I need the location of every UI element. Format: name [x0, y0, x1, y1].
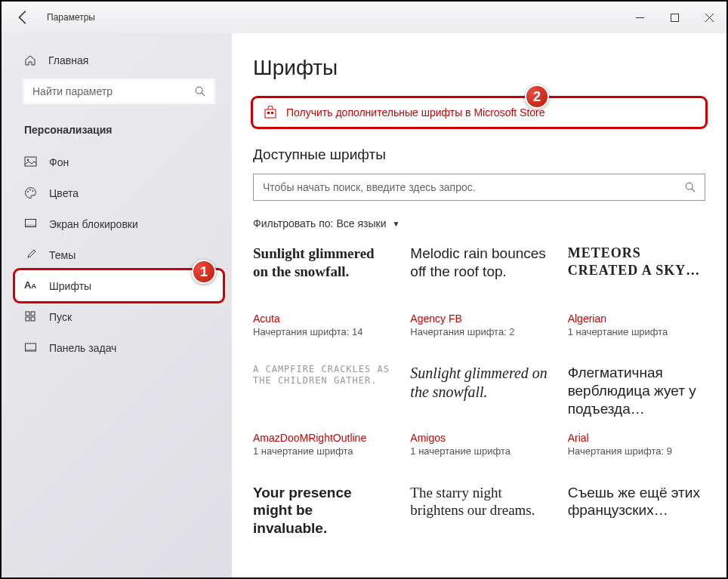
- font-sample: Съешь же ещё этих французских…: [568, 484, 705, 543]
- taskbar-icon: [24, 341, 37, 354]
- svg-rect-19: [265, 109, 276, 118]
- sidebar-item-background[interactable]: Фон: [15, 146, 223, 177]
- sidebar-item-label: Пуск: [49, 311, 72, 323]
- svg-rect-18: [26, 350, 36, 352]
- font-search-placeholder: Чтобы начать поиск, введите здесь запрос…: [263, 181, 685, 193]
- annotation-badge-1: 1: [192, 260, 216, 284]
- close-icon: [705, 14, 714, 22]
- svg-rect-14: [31, 312, 35, 316]
- minimize-button[interactable]: [622, 5, 657, 29]
- sidebar-item-start[interactable]: Пуск: [15, 301, 223, 332]
- sidebar: Главная Найти параметр Персонализация Фо…: [2, 33, 232, 577]
- lock-screen-icon: [24, 217, 37, 230]
- filter-value: Все языки: [336, 217, 386, 229]
- svg-point-22: [686, 183, 693, 189]
- sidebar-item-colors[interactable]: Цвета: [15, 177, 223, 208]
- font-sample: Melodic rain bounces off the roof top.: [410, 245, 548, 303]
- font-sample: The starry night brightens our dreams.: [410, 484, 548, 543]
- sidebar-item-lockscreen[interactable]: Экран блокировки: [15, 208, 223, 239]
- search-icon: [195, 86, 205, 97]
- font-meta: 1 начертание шрифта: [568, 326, 705, 338]
- font-icon: AA: [24, 279, 37, 292]
- font-meta: Начертания шрифта: 9: [568, 445, 705, 457]
- font-card[interactable]: Sunlight glimmered on the snowfall. Acut…: [253, 245, 390, 338]
- main-panel: Шрифты Получить дополнительные шрифты в …: [232, 33, 726, 577]
- font-card[interactable]: Meteors created a sky… Algerian 1 начерт…: [568, 245, 705, 338]
- back-button[interactable]: [15, 9, 32, 26]
- font-name: Algerian: [568, 313, 705, 325]
- arrow-left-icon: [15, 9, 32, 26]
- store-link-label: Получить дополнительные шрифты в Microso…: [286, 106, 545, 119]
- svg-point-8: [27, 191, 29, 192]
- store-link[interactable]: Получить дополнительные шрифты в Microso…: [253, 98, 705, 127]
- font-search-input[interactable]: Чтобы начать поиск, введите здесь запрос…: [253, 174, 705, 201]
- start-icon: [24, 310, 37, 323]
- store-icon: [264, 106, 277, 119]
- image-icon: [24, 156, 37, 168]
- font-grid: Sunlight glimmered on the snowfall. Acut…: [253, 245, 705, 552]
- font-card[interactable]: Флегматичная верблюдица жует у подъезда……: [568, 364, 705, 457]
- sidebar-item-themes[interactable]: Темы: [15, 239, 223, 270]
- svg-line-23: [692, 189, 695, 192]
- sidebar-item-label: Цвета: [49, 187, 79, 199]
- page-title: Шрифты: [253, 56, 705, 80]
- svg-rect-12: [26, 225, 36, 227]
- font-name: Arial: [568, 432, 705, 444]
- titlebar: Параметры: [2, 2, 726, 33]
- font-meta: Начертания шрифта: 14: [253, 326, 390, 338]
- font-meta: 1 начертание шрифта: [253, 445, 390, 457]
- search-icon: [685, 182, 696, 192]
- chevron-down-icon: ▼: [392, 220, 399, 228]
- sidebar-search-placeholder: Найти параметр: [32, 85, 195, 97]
- sidebar-home-label: Главная: [48, 54, 88, 66]
- sidebar-section-header: Персонализация: [15, 116, 223, 146]
- home-icon: [24, 54, 36, 66]
- sidebar-item-label: Панель задач: [49, 342, 116, 354]
- svg-rect-15: [26, 317, 29, 321]
- svg-line-5: [202, 93, 205, 96]
- svg-point-7: [27, 159, 29, 161]
- font-sample: Sunlight glimmered on the snowfall.: [410, 364, 548, 423]
- svg-point-4: [196, 87, 202, 94]
- font-card[interactable]: Melodic rain bounces off the roof top. A…: [410, 245, 548, 338]
- brush-icon: [24, 248, 37, 261]
- font-meta: 1 начертание шрифта: [410, 445, 548, 457]
- sidebar-item-label: Шрифты: [49, 280, 91, 292]
- svg-point-10: [32, 190, 34, 192]
- svg-rect-13: [26, 312, 29, 316]
- font-sample: A campfire crackles as the children gath…: [253, 364, 390, 423]
- font-name: Agency FB: [410, 313, 548, 325]
- font-card[interactable]: Sunlight glimmered on the snowfall. Amig…: [410, 364, 548, 457]
- svg-rect-16: [31, 317, 35, 321]
- font-card[interactable]: Your presence might be invaluable.: [253, 484, 390, 552]
- sidebar-item-taskbar[interactable]: Панель задач: [15, 332, 223, 363]
- font-sample: Meteors created a sky…: [568, 245, 705, 303]
- palette-icon: [24, 186, 37, 199]
- window-title: Параметры: [47, 12, 95, 23]
- font-card[interactable]: A campfire crackles as the children gath…: [253, 364, 390, 457]
- maximize-button[interactable]: [657, 5, 692, 29]
- svg-point-9: [29, 189, 31, 191]
- font-name: Acuta: [253, 313, 390, 325]
- filter-label: Фильтровать по:: [253, 217, 333, 229]
- sidebar-item-label: Экран блокировки: [49, 218, 138, 230]
- font-sample: Флегматичная верблюдица жует у подъезда…: [568, 364, 705, 423]
- close-button[interactable]: [692, 5, 726, 29]
- sidebar-item-label: Фон: [49, 156, 69, 168]
- available-fonts-header: Доступные шрифты: [253, 146, 705, 163]
- svg-rect-1: [671, 14, 678, 21]
- minimize-icon: [636, 14, 644, 22]
- font-card[interactable]: The starry night brightens our dreams.: [410, 484, 548, 552]
- svg-rect-20: [267, 112, 270, 114]
- font-sample: Your presence might be invaluable.: [253, 484, 390, 543]
- annotation-badge-2: 2: [525, 85, 549, 109]
- font-name: AmazDooMRightOutline: [253, 432, 390, 444]
- sidebar-home[interactable]: Главная: [15, 47, 223, 74]
- font-card[interactable]: Съешь же ещё этих французских…: [568, 484, 705, 552]
- font-meta: Начертания шрифта: 2: [410, 326, 548, 338]
- sidebar-item-label: Темы: [49, 249, 76, 261]
- font-name: Amigos: [410, 432, 548, 444]
- maximize-icon: [671, 14, 679, 22]
- sidebar-search[interactable]: Найти параметр: [23, 79, 215, 104]
- filter-dropdown[interactable]: Фильтровать по: Все языки ▼: [253, 217, 705, 229]
